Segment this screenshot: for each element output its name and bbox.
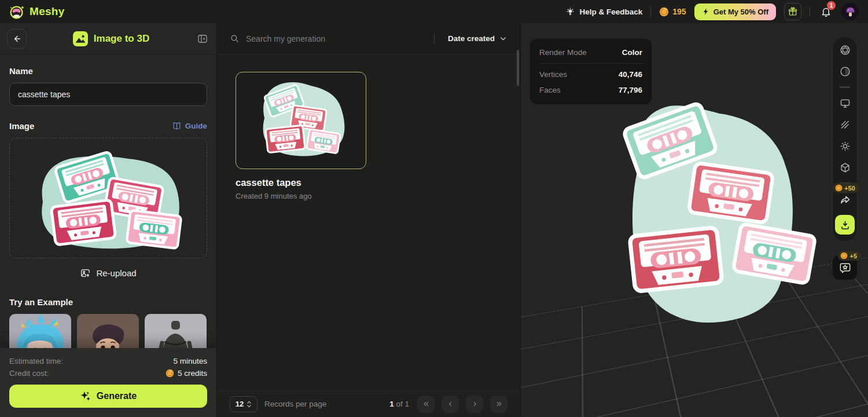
- generation-created-time: Created 9 minutes ago: [236, 192, 366, 200]
- lightning-icon: [702, 8, 710, 16]
- stats-divider: [539, 63, 642, 64]
- toolbar-divider: [840, 86, 850, 88]
- topbar: Meshy Help & Feedback 195: [0, 0, 868, 23]
- page-size-value: 12: [236, 400, 244, 408]
- topbar-divider: [810, 6, 810, 17]
- share-arrow-icon: [839, 193, 851, 206]
- cassette-tapes-illustration: [15, 141, 201, 255]
- 3d-model-cassette-tapes[interactable]: [583, 86, 868, 358]
- estimated-time-label: Estimated time:: [9, 357, 63, 365]
- header-divider: [434, 34, 435, 44]
- collapse-panel-icon: [197, 33, 208, 45]
- sort-dropdown[interactable]: Date created: [441, 34, 507, 43]
- 3d-viewport[interactable]: Render Mode Color Vertices 40,746 Faces …: [521, 23, 868, 417]
- scrollbar-thumb[interactable]: [517, 50, 519, 86]
- display-settings-button[interactable]: [838, 97, 851, 109]
- chevron-down-icon: [499, 34, 507, 43]
- render-mode-label: Render Mode: [539, 48, 587, 57]
- monitor-icon: [839, 97, 851, 109]
- sort-label: Date created: [448, 34, 495, 43]
- model-stats-panel: Render Mode Color Vertices 40,746 Faces …: [530, 39, 652, 104]
- generate-button[interactable]: Generate: [9, 385, 207, 408]
- page-title: Image to 3D: [94, 33, 149, 45]
- lighting-button[interactable]: [838, 140, 851, 152]
- first-page-button[interactable]: [417, 396, 435, 413]
- vertices-value: 40,746: [619, 70, 642, 79]
- double-chevron-right-icon: [495, 400, 503, 408]
- material-sphere-icon: [839, 65, 851, 78]
- pagination-bar: 12 Records per page 1 of 1: [217, 390, 520, 417]
- current-page: 1: [389, 400, 394, 408]
- feedback-reward-badge: +5: [838, 251, 861, 261]
- render-mode-value[interactable]: Color: [622, 48, 642, 57]
- coin-icon: [835, 184, 843, 192]
- geometry-view-button[interactable]: [838, 43, 851, 56]
- credit-cost-label: Credit cost:: [9, 369, 49, 378]
- reupload-button[interactable]: Re-upload: [9, 268, 207, 279]
- meshy-logo-icon: [9, 4, 25, 20]
- records-per-page-label: Records per page: [264, 400, 326, 408]
- search-input[interactable]: [246, 34, 428, 43]
- meshy-logo[interactable]: Meshy: [9, 4, 65, 20]
- wireframe-sphere-icon: [839, 44, 851, 56]
- guide-label: Guide: [185, 122, 207, 130]
- arrow-left-icon: [12, 34, 22, 44]
- last-page-button[interactable]: [490, 396, 507, 413]
- faces-label: Faces: [539, 86, 561, 94]
- download-icon: [840, 220, 851, 231]
- back-button[interactable]: [7, 29, 27, 49]
- image-to-3d-icon: [73, 31, 88, 46]
- page-size-select[interactable]: 12: [230, 396, 258, 412]
- reupload-label: Re-upload: [96, 268, 136, 278]
- mesh-box-button[interactable]: [838, 161, 851, 174]
- image-label: Image: [9, 121, 34, 131]
- feedback-star-bubble-icon: [838, 261, 852, 275]
- credits-balance[interactable]: 195: [659, 7, 686, 17]
- estimated-time-value: 5 minutes: [173, 357, 207, 365]
- vertices-label: Vertices: [539, 70, 567, 79]
- coin-icon: [165, 369, 174, 378]
- double-chevron-left-icon: [422, 400, 431, 408]
- wireframe-cube-icon: [839, 162, 851, 174]
- viewport-toolbar: +50: [832, 36, 858, 242]
- share-reward-badge: +50: [833, 183, 859, 193]
- discount-offer-label: Get My 50% Off: [713, 8, 768, 16]
- page-indicator: 1 of 1: [389, 400, 409, 408]
- guide-link[interactable]: Guide: [172, 121, 207, 131]
- coin-icon: [840, 252, 848, 259]
- name-input[interactable]: [9, 83, 207, 106]
- gift-icon: [788, 6, 798, 17]
- cassette-tapes-render-thumb: [237, 73, 365, 168]
- chevron-left-icon: [446, 400, 455, 408]
- generation-card[interactable]: cassette tapes Created 9 minutes ago: [236, 72, 366, 200]
- sparkles-icon: [80, 390, 91, 402]
- download-button[interactable]: [835, 215, 855, 235]
- generate-footer: Estimated time: 5 minutes Credit cost: 5…: [0, 348, 216, 417]
- panel-header: Image to 3D: [0, 23, 216, 54]
- texture-toggle-button[interactable]: [838, 118, 851, 131]
- gift-rewards-button[interactable]: [784, 3, 801, 20]
- generate-label: Generate: [97, 391, 137, 401]
- material-view-button[interactable]: [838, 65, 851, 78]
- previous-page-button[interactable]: [442, 396, 459, 413]
- next-page-button[interactable]: [466, 396, 483, 413]
- book-icon: [172, 121, 182, 131]
- collapse-panel-button[interactable]: [196, 32, 209, 46]
- examples-label: Try an Example: [9, 297, 207, 307]
- discount-offer-button[interactable]: Get My 50% Off: [694, 3, 776, 20]
- coin-icon: [659, 7, 669, 17]
- topbar-divider: [650, 6, 651, 17]
- user-avatar[interactable]: [841, 3, 859, 20]
- notification-badge: 1: [827, 1, 836, 10]
- generations-panel: Date created: [217, 23, 521, 417]
- help-feedback-button[interactable]: Help & Feedback: [565, 7, 642, 17]
- notifications-button[interactable]: 1: [818, 4, 833, 19]
- help-feedback-label: Help & Feedback: [579, 8, 642, 16]
- page-total: of 1: [396, 400, 409, 408]
- gallery-header: Date created: [217, 23, 520, 54]
- diagonal-hatch-icon: [839, 119, 851, 131]
- name-label: Name: [9, 66, 207, 76]
- chevron-right-icon: [470, 400, 479, 408]
- uploaded-image-preview[interactable]: [9, 138, 207, 258]
- share-button[interactable]: [838, 193, 851, 206]
